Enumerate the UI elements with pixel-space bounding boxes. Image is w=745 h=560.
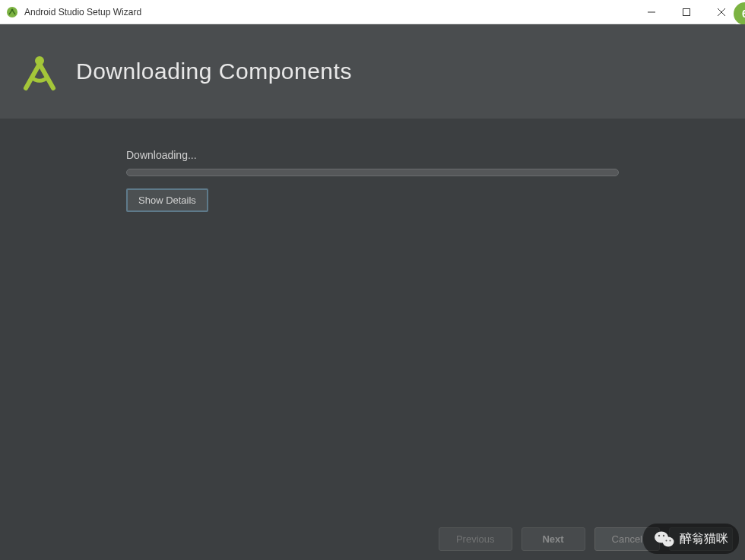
window-body: Downloading Components Downloading... Sh… [0, 24, 745, 560]
next-button[interactable]: Next [522, 527, 585, 551]
wizard-content: Downloading... Show Details [0, 119, 745, 517]
maximize-button[interactable] [669, 1, 704, 24]
watermark-text: 醉翁猫咪 [680, 531, 728, 547]
previous-button[interactable]: Previous [439, 527, 512, 551]
svg-point-9 [663, 535, 664, 536]
show-details-button[interactable]: Show Details [126, 188, 208, 212]
wechat-icon [654, 530, 675, 548]
svg-point-12 [670, 540, 671, 542]
svg-point-8 [658, 535, 660, 536]
status-text: Downloading... [126, 149, 619, 161]
window-title: Android Studio Setup Wizard [24, 7, 634, 17]
svg-point-11 [666, 540, 667, 542]
android-studio-icon [15, 47, 64, 96]
svg-point-0 [7, 7, 17, 17]
progress-bar [126, 169, 619, 176]
window-controls [634, 1, 739, 24]
page-title: Downloading Components [76, 59, 352, 84]
titlebar: Android Studio Setup Wizard 6 [0, 0, 745, 24]
wizard-header: Downloading Components [0, 24, 745, 119]
watermark-badge: 醉翁猫咪 [643, 524, 739, 554]
app-icon [6, 6, 18, 18]
minimize-button[interactable] [634, 1, 669, 24]
svg-rect-3 [683, 8, 690, 15]
svg-point-10 [663, 537, 674, 547]
wizard-footer: Previous Next Cancel Finish [0, 517, 745, 560]
